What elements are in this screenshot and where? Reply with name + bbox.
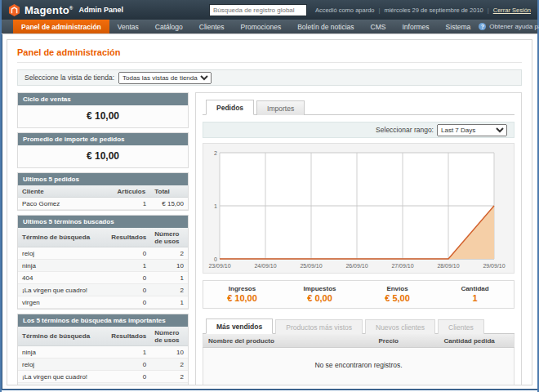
table-cell: 0 (107, 359, 150, 371)
nav-item[interactable]: Catálogo (147, 20, 191, 33)
table-cell: 1 (150, 296, 188, 309)
total-value: € 0,00 (281, 293, 359, 303)
column-header: Número de usos (150, 228, 188, 247)
table-row[interactable]: 40401 (18, 383, 188, 386)
table-row[interactable]: Paco Gomez1€ 15,00 (18, 198, 188, 210)
last-search-terms-table: Término de búsquedaResultadosNúmero de u… (18, 228, 188, 309)
grid-tab[interactable]: Clientes (438, 319, 484, 334)
totals-bar: Ingresos€ 10,00Impuestos€ 0,00Envíos€ 5,… (203, 280, 514, 309)
separator: | (378, 7, 380, 14)
products-table: Nombre del productoPrecioCantidad pedida… (203, 334, 514, 385)
table-cell: 0 (107, 247, 150, 260)
table-row[interactable]: ¡La virgen que cuadro!02 (18, 371, 188, 383)
box-title: Ultimos 5 términos buscados (18, 216, 188, 228)
table-cell: reloj (18, 247, 107, 260)
chart-container: 01223/09/1024/09/1025/09/1026/09/1027/09… (203, 143, 514, 274)
nav-item[interactable]: Sistema (438, 20, 479, 33)
top-search-terms-box: Los 5 términos de búsqueda más important… (17, 314, 189, 385)
svg-text:25/09/10: 25/09/10 (300, 263, 322, 269)
nav-item[interactable]: CMS (363, 20, 394, 33)
table-cell: 404 (18, 383, 107, 386)
separator: | (488, 7, 489, 14)
table-cell: 2 (150, 284, 188, 296)
total-impuestos: Impuestos€ 0,00 (281, 285, 359, 303)
current-date: miércoles 29 de septiembre de 2010 (384, 7, 483, 14)
total-value: 1 (436, 293, 514, 303)
grid-tabstrip: Más vendidosProductos más vistosNuevos c… (203, 318, 514, 334)
brand-suffix: Admin Panel (78, 6, 123, 14)
box-title: Los 5 términos de búsqueda más important… (18, 314, 188, 327)
total-label: Envíos (359, 285, 436, 292)
table-row[interactable]: ninja110 (18, 346, 188, 359)
dashboard-main-panel: PedidosImportes Seleccionar rango: Last … (195, 92, 522, 385)
table-cell: 0 (107, 371, 150, 383)
table-cell: 0 (107, 272, 150, 284)
nav-item[interactable]: Promociones (233, 20, 290, 33)
range-select[interactable]: Last 7 Days (437, 124, 507, 136)
column-header: Resultados (107, 327, 150, 346)
nav-item[interactable]: Ventas (109, 20, 147, 33)
table-row[interactable]: reloj02 (18, 359, 188, 371)
table-cell: 1 (150, 272, 188, 284)
table-cell: 0 (107, 296, 150, 309)
logout-link[interactable]: Cerrar Sesión (493, 7, 531, 14)
chart-tab[interactable]: Pedidos (206, 100, 254, 115)
table-cell: 1 (107, 260, 150, 272)
last-orders-box: Ultimos 5 pedidos ClienteArtículosTotalP… (17, 172, 189, 211)
nav-item[interactable]: Boletín de noticias (289, 20, 362, 33)
brand-name: Magento® (24, 4, 73, 16)
products-table-header: Nombre del productoPrecioCantidad pedida (203, 334, 514, 348)
column-header: Término de búsqueda (18, 327, 107, 346)
column-header: Número de usos (150, 327, 188, 346)
table-cell: virgen (18, 296, 107, 309)
nav-menu: Panel de administraciónVentasCatálogoCli… (13, 20, 479, 33)
svg-text:24/09/10: 24/09/10 (254, 263, 276, 269)
logged-in-as: Accedió como apardo (315, 7, 375, 14)
global-search-input[interactable] (209, 4, 307, 16)
content-area: Panel de administración Seleccione la vi… (7, 39, 532, 385)
column-header: Precio (374, 334, 439, 348)
table-row[interactable]: ¡La virgen que cuadro!02 (18, 284, 188, 296)
grid-tab[interactable]: Más vendidos (206, 318, 273, 334)
nav-item[interactable]: Informes (394, 20, 438, 33)
total-label: Cantidad (436, 285, 514, 292)
lifetime-sales-box: Ciclo de ventas € 10,00 (17, 92, 189, 128)
column-header: Cliente (18, 185, 114, 198)
table-row[interactable]: virgen01 (18, 296, 188, 309)
table-row[interactable]: 40401 (18, 272, 188, 284)
store-view-select[interactable]: Todas las vistas de tienda (118, 72, 212, 84)
table-cell: ninja (18, 260, 107, 272)
help-label: Obtener ayuda para esta página (489, 23, 539, 30)
nav-item[interactable]: Panel de administración (13, 20, 109, 33)
total-value: € 10,00 (203, 293, 281, 303)
empty-row: No se encontraron registros. (203, 348, 514, 386)
table-cell: 404 (18, 272, 107, 284)
total-value: € 5,00 (359, 293, 436, 303)
total-label: Impuestos (281, 285, 359, 292)
svg-text:26/09/10: 26/09/10 (345, 263, 368, 269)
table-cell: 0 (107, 383, 150, 386)
grid-tab[interactable]: Productos más vistos (275, 319, 363, 334)
table-row[interactable]: ninja110 (18, 260, 188, 272)
range-bar: Seleccionar rango: Last 7 Days (203, 122, 514, 138)
column-header: Resultados (107, 228, 150, 247)
empty-records-text: No se encontraron registros. (203, 348, 514, 386)
total-label: Ingresos (203, 285, 281, 292)
table-cell: 2 (150, 247, 188, 260)
grid-tab[interactable]: Nuevos clientes (365, 319, 435, 334)
table-cell: 0 (107, 284, 150, 296)
nav-item[interactable]: Clientes (191, 20, 233, 33)
chart-tab[interactable]: Importes (256, 100, 305, 115)
table-cell: € 15,00 (150, 198, 188, 210)
column-header: Nombre del producto (203, 334, 374, 348)
help-link[interactable]: ? Obtener ayuda para esta página (479, 20, 539, 33)
svg-text:0: 0 (214, 256, 217, 262)
svg-text:2: 2 (214, 150, 217, 156)
table-cell: 2 (150, 371, 188, 383)
table-cell: 10 (150, 260, 188, 272)
table-row[interactable]: reloj02 (18, 247, 188, 260)
svg-text:1: 1 (214, 203, 217, 209)
average-orders-value: € 10,00 (18, 145, 188, 167)
table-cell: ninja (18, 346, 107, 359)
last-search-terms-box: Ultimos 5 términos buscados Término de b… (17, 215, 189, 310)
